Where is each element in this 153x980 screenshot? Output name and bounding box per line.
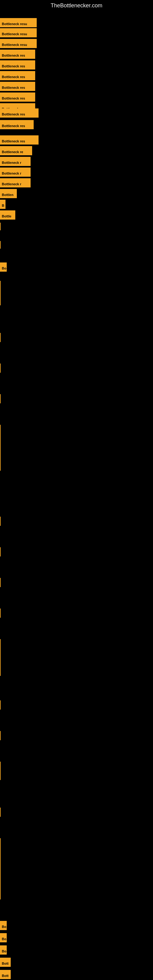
bottleneck-item: Bottleneck res: [0, 120, 33, 129]
bottleneck-item: [0, 364, 1, 373]
bottleneck-item: Bottleneck r: [0, 157, 30, 166]
bottleneck-item: Bottleneck res: [0, 82, 35, 91]
bottleneck-item: [0, 808, 1, 817]
bottleneck-item: Bottlen: [0, 189, 17, 198]
bottleneck-item: [0, 731, 1, 740]
bottleneck-item: [0, 547, 1, 557]
bottleneck-item: Bottleneck res: [0, 135, 38, 145]
bottleneck-item: Bottleneck r: [0, 167, 30, 177]
bottleneck-item: [0, 281, 1, 305]
site-title: TheBottlenecker.com: [0, 0, 153, 11]
bottleneck-item: [0, 609, 1, 618]
bottleneck-item: Bott: [0, 970, 11, 979]
bottleneck-item: Bottleneck res: [0, 71, 35, 80]
bottleneck-item: Bottle: [0, 210, 15, 220]
bottleneck-item: [0, 223, 1, 230]
bottleneck-item: [0, 762, 1, 780]
bottleneck-item: Bott: [0, 958, 11, 967]
bottleneck-item: Bottleneck re: [0, 146, 32, 155]
bottleneck-item: [0, 333, 1, 342]
bottleneck-item: Bottleneck res: [0, 49, 35, 59]
bottleneck-item: Bottleneck res: [0, 108, 38, 118]
bottleneck-item: Bo: [0, 262, 7, 272]
bottleneck-item: [0, 838, 1, 899]
bottleneck-item: Bo: [0, 933, 7, 942]
bottleneck-item: [0, 578, 1, 587]
bottleneck-item: [0, 639, 1, 676]
bottleneck-item: Bo: [0, 921, 7, 930]
bottleneck-item: [0, 700, 1, 710]
bottleneck-item: [0, 517, 1, 526]
bottleneck-item: Bottleneck resu: [0, 39, 37, 48]
bottleneck-item: Bo: [0, 945, 7, 955]
bottleneck-item: B: [0, 200, 5, 209]
bottleneck-item: Bottleneck resu: [0, 18, 37, 27]
bottleneck-item: Bottleneck res: [0, 60, 35, 70]
bottleneck-item: Bottleneck resu: [0, 28, 37, 37]
bottleneck-item: [0, 241, 1, 249]
bottleneck-item: [0, 425, 1, 471]
bottleneck-item: Bottleneck r: [0, 178, 30, 188]
bottleneck-item: Bottleneck res: [0, 92, 35, 102]
bottleneck-item: [0, 394, 1, 403]
